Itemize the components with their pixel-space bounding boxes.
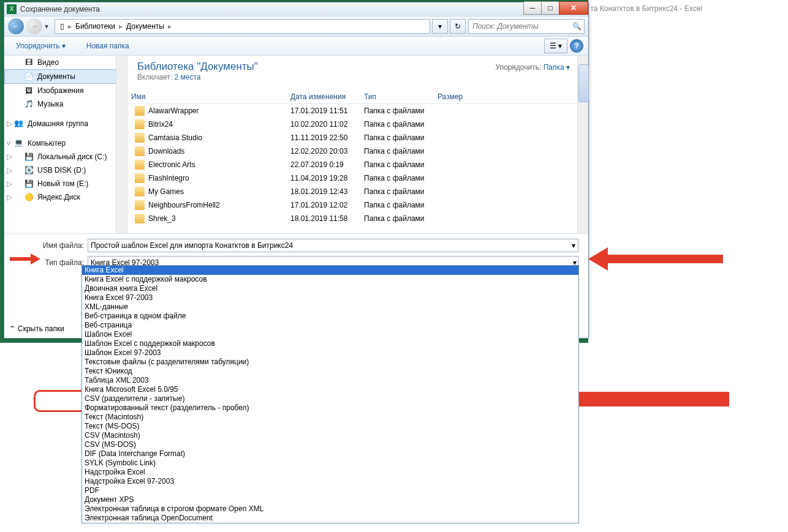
breadcrumb[interactable]: ▯ ▸ Библиотеки ▸ Документы ▸ [55,19,430,34]
chevron-right-icon[interactable]: ▷ [7,179,13,188]
nav-drive-item[interactable]: ▷💾Локальный диск (C:) [4,150,127,163]
filetype-option[interactable]: Электронная таблица в строгом формате Op… [82,504,578,514]
filetype-option[interactable]: Книга Excel [82,266,578,275]
filename-input[interactable]: Простой шаблон Excel для импорта Конаткт… [88,239,578,252]
breadcrumb-item[interactable]: Документы [124,22,167,31]
folder-icon [135,146,145,156]
filetype-option[interactable]: Текст (Macintosh) [82,413,578,422]
column-headers[interactable]: Имя Дата изменения Тип Размер [127,90,588,104]
file-row[interactable]: Camtasia Studio11.11.2019 22:50Папка с ф… [127,131,588,144]
titlebar[interactable]: X Сохранение документа ─ □ ✕ [4,2,588,16]
main-scrollbar[interactable] [577,56,588,233]
filetype-option[interactable]: Надстройка Excel [82,468,578,477]
file-row[interactable]: Downloads12.02.2020 20:03Папка с файлами [127,144,588,158]
nav-computer[interactable]: ▿ 💻 Компьютер [4,137,127,150]
filetype-option[interactable]: Книга Microsoft Excel 5.0/95 [82,385,578,394]
filetype-option[interactable]: Документ XPS [82,495,578,504]
filetype-option[interactable]: Текстовые файлы (с разделителями табуляц… [82,358,578,367]
col-type[interactable]: Тип [364,92,438,101]
nav-homegroup[interactable]: ▷ 👥 Домашняя группа [4,117,127,130]
filetype-option[interactable]: Электронная таблица OpenDocument [82,514,578,523]
file-row[interactable]: AlawarWrapper17.01.2019 11:51Папка с фай… [127,104,588,118]
filetype-option[interactable]: Текст Юникод [82,367,578,376]
nav-label: Документы [37,72,75,81]
refresh-button[interactable]: ↻ [450,19,466,34]
dropdown-icon[interactable]: ▾ [572,241,575,250]
search-icon[interactable]: 🔍 [572,22,582,31]
includes-link[interactable]: 2 места [175,73,201,81]
file-date: 12.02.2020 20:03 [290,147,364,155]
filetype-option[interactable]: Книга Excel с поддержкой макросов [82,275,578,284]
search-input[interactable] [471,21,572,31]
computer-icon: 💻 [14,138,24,148]
nav-lib-item[interactable]: 🖼Изображения [4,84,127,97]
chevron-right-icon[interactable]: ▷ [7,193,13,201]
filetype-option[interactable]: Двоичная книга Excel [82,284,578,293]
filetype-option[interactable]: XML-данные [82,302,578,312]
arrange-dropdown[interactable]: Папка ▾ [544,63,570,72]
close-button[interactable]: ✕ [559,1,588,15]
filetype-option[interactable]: Книга Excel 97-2003 [82,293,578,302]
col-name[interactable]: Имя [127,92,290,101]
scrollbar-thumb[interactable] [578,64,589,102]
filetype-dropdown-list[interactable]: Книга ExcelКнига Excel с поддержкой макр… [81,265,579,523]
view-button[interactable]: ☰ ▾ [544,39,567,53]
nav-history-dropdown[interactable]: ▾ [45,22,52,31]
chevron-right-icon[interactable]: ▷ [7,152,13,161]
nav-drive-item[interactable]: ▷💾Новый том (E:) [4,177,127,190]
organize-button[interactable]: Упорядочить ▾ [9,39,72,53]
nav-lib-item[interactable]: 🎵Музыка [4,97,127,111]
nav-lib-item[interactable]: 🎞Видео [4,56,127,69]
nav-drive-item[interactable]: ▷🟡Яндекс.Диск [4,190,127,204]
filetype-option[interactable]: SYLK (Symbolic Link) [82,459,578,468]
file-row[interactable]: Shrek_318.01.2019 11:58Папка с файлами [127,212,588,225]
folder-icon: 🖼 [24,86,34,96]
hide-folders-button[interactable]: ⌃ Скрыть папки [9,324,64,333]
chevron-right-icon[interactable]: ▷ [7,119,13,128]
nav-lib-item[interactable]: 📄Документы [4,69,127,84]
filetype-option[interactable]: PDF [82,486,578,495]
file-row[interactable]: Bitrix2410.02.2020 11:02Папка с файлами [127,118,588,131]
filetype-option[interactable]: Надстройка Excel 97-2003 [82,477,578,486]
chevron-right-icon: ▸ [168,22,172,31]
nav-drive-item[interactable]: ▷💽USB DISK (D:) [4,163,127,177]
filetype-option[interactable]: CSV (MS-DOS) [82,440,578,449]
maximize-button[interactable]: □ [541,1,559,15]
filetype-option[interactable]: CSV (Macintosh) [82,431,578,440]
nav-pane: 🎞Видео📄Документы🖼Изображения🎵Музыка ▷ 👥 … [4,56,127,233]
breadcrumb-root-icon[interactable]: ▯ [58,22,67,31]
minimize-button[interactable]: ─ [523,1,542,15]
chevron-down-icon[interactable]: ▿ [7,139,13,148]
filetype-option[interactable]: Веб-страница в одном файле [82,312,578,321]
folder-icon: 🎵 [24,99,34,109]
col-size[interactable]: Размер [438,92,487,101]
back-button[interactable]: ← [8,18,24,34]
filetype-option[interactable]: Текст (MS-DOS) [82,422,578,431]
annotation-arrow-top [588,250,723,268]
filetype-option[interactable]: Шаблон Excel 97-2003 [82,348,578,358]
new-folder-button[interactable]: Новая папка [80,39,136,53]
file-row[interactable]: My Games18.01.2019 12:43Папка с файлами [127,185,588,198]
search-box[interactable]: 🔍 [468,19,585,34]
nav-label: Локальный диск (C:) [37,152,107,161]
nav-scrollbar[interactable] [116,56,127,233]
filetype-option[interactable]: DIF (Data Interchange Format) [82,449,578,459]
file-row[interactable]: Electronic Arts22.07.2019 0:19Папка с фа… [127,158,588,171]
file-row[interactable]: NeighboursFromHell217.01.2019 12:02Папка… [127,198,588,212]
col-date[interactable]: Дата изменения [290,92,364,101]
filetype-option[interactable]: Шаблон Excel [82,330,578,339]
forward-button[interactable]: → [26,18,42,34]
drive-icon: 💽 [24,165,34,175]
chevron-right-icon[interactable]: ▷ [7,166,13,174]
filetype-option[interactable]: Таблица XML 2003 [82,376,578,385]
breadcrumb-item[interactable]: Библиотеки [73,22,118,31]
dialog-body: 🎞Видео📄Документы🖼Изображения🎵Музыка ▷ 👥 … [4,56,588,233]
file-type: Папка с файлами [364,201,438,209]
help-button[interactable]: ? [570,39,583,53]
filetype-option[interactable]: CSV (разделители - запятые) [82,394,578,403]
filetype-option[interactable]: Форматированный текст (разделитель - про… [82,403,578,413]
breadcrumb-dropdown[interactable]: ▾ [432,19,448,34]
file-row[interactable]: FlashIntegro11.04.2019 19:28Папка с файл… [127,171,588,185]
filetype-option[interactable]: Шаблон Excel с поддержкой макросов [82,339,578,348]
filetype-option[interactable]: Веб-страница [82,321,578,330]
